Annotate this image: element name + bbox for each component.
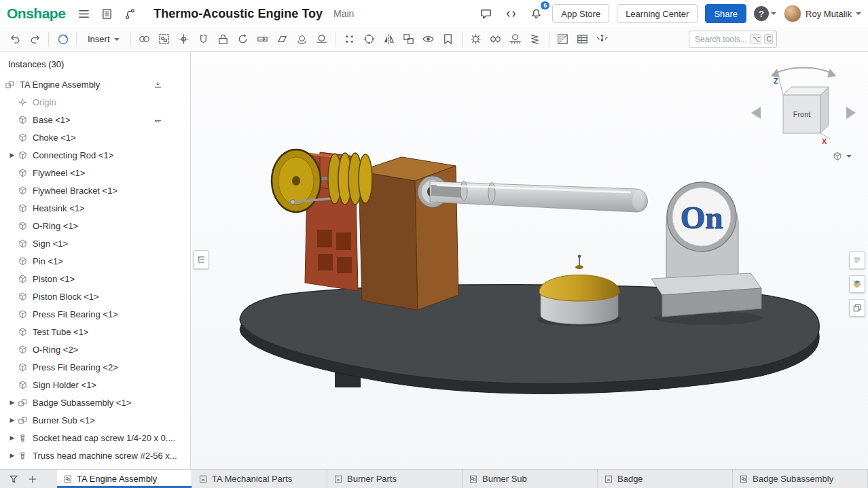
tree-item-piston-block[interactable]: Piston Block <1> [0, 287, 190, 305]
tree-item-piston[interactable]: Piston <1> [0, 270, 190, 287]
rotate-arc-icon[interactable] [774, 68, 833, 74]
snap-mode-icon[interactable] [194, 30, 213, 48]
pulley-stack[interactable] [328, 153, 372, 205]
tab-badge-subassembly[interactable]: Badge Subassembly [733, 470, 868, 488]
update-button[interactable] [53, 30, 72, 48]
tree-item-sign[interactable]: Sign <1> [0, 234, 190, 252]
tree-item-origin[interactable]: Origin [0, 93, 190, 111]
tree-item-burner-sub[interactable]: ▶ Burner Sub <1> [0, 411, 190, 429]
sync-icon[interactable] [153, 80, 163, 90]
tree-item-pin[interactable]: Pin <1> [0, 252, 190, 270]
rack-and-pinion-relation-icon[interactable] [506, 30, 525, 48]
tree-item-connecting-rod[interactable]: ▶ Connecting Rod <1> [0, 146, 190, 164]
display-states-icon[interactable] [419, 30, 438, 48]
tab-burner-parts[interactable]: Burner Parts [327, 470, 463, 488]
choke-collar[interactable] [488, 183, 495, 203]
document-title[interactable]: Thermo-Acoustic Engine Toy [153, 7, 323, 21]
versions-button[interactable] [121, 5, 139, 22]
tree-item-truss-head-machine-screw-2[interactable]: ▶ Truss head machine screw #2-56 x... [0, 464, 190, 469]
configurations-icon[interactable] [467, 30, 486, 48]
comments-button[interactable] [477, 5, 494, 22]
tree-item-truss-head-machine-screw[interactable]: ▶ Truss head machine screw #2-56 x... [0, 447, 190, 464]
on-badge[interactable]: On [667, 182, 736, 251]
share-button[interactable]: Share [705, 4, 746, 23]
graphics-viewport[interactable]: On Front Z X [191, 52, 868, 469]
mirror-icon[interactable] [380, 30, 399, 48]
burner[interactable] [537, 255, 621, 326]
gear-relation-icon[interactable] [486, 30, 505, 48]
cube-right-face[interactable] [820, 87, 829, 133]
tree-item-flywheel[interactable]: Flywheel <1> [0, 164, 190, 181]
notifications-button[interactable]: 6 [527, 5, 545, 22]
slider-mate-icon[interactable] [253, 30, 272, 48]
bill-of-materials-icon[interactable] [573, 30, 592, 48]
rotate-cw-arrow-icon[interactable] [827, 69, 836, 77]
mate-icon[interactable] [135, 30, 154, 48]
tree-item-flywheel-bracket[interactable]: Flywheel Bracket <1> [0, 181, 190, 199]
tab-burner-sub[interactable]: Burner Sub [463, 470, 598, 488]
featurescript-button[interactable] [502, 5, 520, 22]
fastened-mate-icon[interactable] [214, 30, 233, 48]
redo-button[interactable] [25, 30, 44, 48]
expand-chevron-icon[interactable]: ▶ [7, 399, 18, 406]
add-tab-button[interactable] [27, 474, 38, 485]
tree-item-badge-subassembly[interactable]: ▶ Badge Subassembly <1> [0, 394, 190, 411]
section-view-icon[interactable] [554, 30, 573, 48]
insert-button[interactable]: Insert [81, 34, 126, 44]
cube-front-label[interactable]: Front [793, 110, 811, 118]
workspace-name[interactable]: Main [333, 8, 354, 19]
tab-ta-mechanical-parts[interactable]: TA Mechanical Parts [192, 470, 327, 488]
tab-filter-icon[interactable] [8, 474, 19, 485]
tree-item-socket-head-cap-screw[interactable]: ▶ Socket head cap screw 1/4-20 x 0.... [0, 429, 190, 447]
tree-item-assembly-root[interactable]: TA Engine Assembly [0, 75, 190, 93]
expand-chevron-icon[interactable]: ▶ [7, 452, 18, 459]
tree-item-press-fit-bearing-1[interactable]: Press Fit Bearing <1> [0, 305, 190, 323]
piston-block[interactable] [359, 157, 458, 310]
learning-center-button[interactable]: Learning Center [617, 4, 698, 23]
main-menu-button[interactable] [75, 5, 92, 22]
instances-panel-toggle[interactable] [193, 250, 209, 269]
appearance-panel-button[interactable] [849, 275, 865, 293]
tree-item-base[interactable]: Base <1> [0, 111, 190, 128]
tree-item-o-ring-1[interactable]: O-Ring <1> [0, 217, 190, 234]
sign-holder[interactable]: On [651, 182, 763, 325]
tree-item-choke[interactable]: Choke <1> [0, 128, 190, 146]
tab-ta-engine-assembly[interactable]: TA Engine Assembly [57, 470, 192, 488]
documents-button[interactable] [98, 5, 115, 22]
configurations-panel-button[interactable] [849, 299, 865, 317]
undo-button[interactable] [5, 30, 24, 48]
tab-badge[interactable]: Badge [598, 470, 733, 488]
view-options-menu[interactable] [832, 151, 852, 162]
tangent-mate-icon[interactable] [312, 30, 331, 48]
rotate-right-arrow-icon[interactable] [846, 107, 856, 119]
app-store-button[interactable]: App Store [552, 4, 609, 23]
view-cube[interactable]: Front Z X [746, 58, 861, 160]
o-ring[interactable] [460, 181, 467, 201]
test-tube[interactable] [430, 181, 648, 213]
replicate-icon[interactable] [399, 30, 418, 48]
tree-item-press-fit-bearing-2[interactable]: Press Fit Bearing <2> [0, 358, 190, 376]
onshape-logo[interactable]: Onshape [7, 5, 65, 22]
expand-chevron-icon[interactable]: ▶ [7, 417, 18, 423]
linear-pattern-icon[interactable] [340, 30, 359, 48]
revolute-mate-icon[interactable] [234, 30, 253, 48]
tree-item-o-ring-2[interactable]: O-Ring <2> [0, 341, 190, 358]
exploded-view-icon[interactable] [593, 30, 612, 48]
tree-item-test-tube[interactable]: Test Tube <1> [0, 323, 190, 341]
named-positions-icon[interactable] [439, 30, 458, 48]
help-menu[interactable]: ? [754, 6, 776, 21]
mate-connector-icon[interactable] [175, 30, 194, 48]
circular-pattern-icon[interactable] [360, 30, 379, 48]
expand-chevron-icon[interactable]: ▶ [7, 434, 18, 441]
planar-mate-icon[interactable] [273, 30, 292, 48]
group-icon[interactable] [155, 30, 174, 48]
rotate-left-arrow-icon[interactable] [751, 107, 761, 119]
screw-relation-icon[interactable] [526, 30, 545, 48]
tree-item-heatsink[interactable]: Heatsink <1> [0, 199, 190, 217]
ball-mate-icon[interactable] [293, 30, 312, 48]
user-menu[interactable]: Roy Mutalik [784, 5, 861, 22]
tree-item-sign-holder[interactable]: Sign Holder <1> [0, 376, 190, 394]
expand-chevron-icon[interactable]: ▶ [7, 152, 18, 158]
notes-panel-button[interactable] [849, 251, 865, 269]
search-tools-input[interactable]: Search tools... ⌥ C [689, 31, 777, 48]
